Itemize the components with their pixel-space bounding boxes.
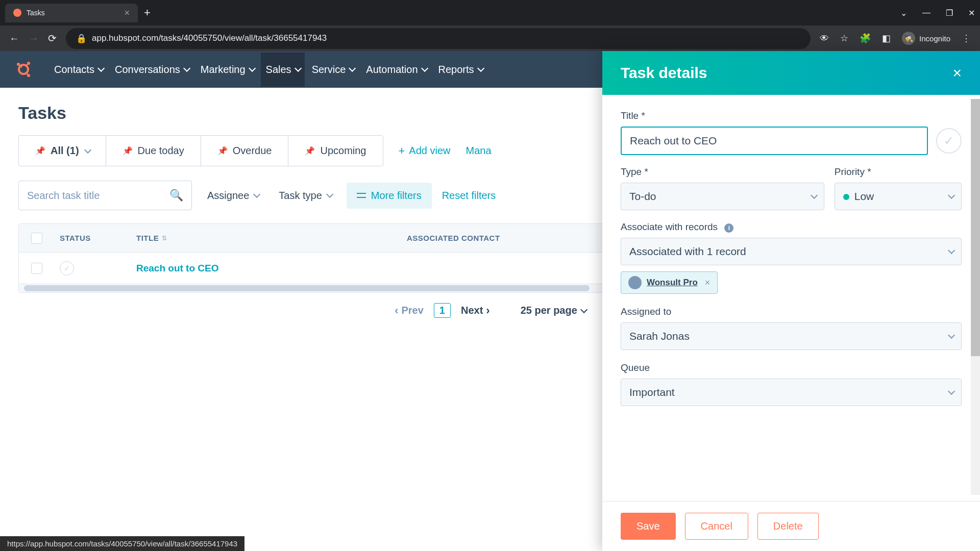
associate-select[interactable]: Associated with 1 record	[621, 238, 962, 265]
associate-label-text: Associate with records	[621, 221, 718, 232]
remove-chip-icon[interactable]: ×	[705, 278, 710, 288]
save-button[interactable]: Save	[621, 513, 676, 540]
view-tab[interactable]: 📌Due today	[106, 136, 201, 166]
reset-filters-link[interactable]: Reset filters	[442, 190, 496, 202]
nav-item-reports[interactable]: Reports	[433, 53, 487, 87]
priority-field-label: Priority *	[835, 166, 962, 178]
company-avatar-icon	[628, 276, 642, 289]
add-view-label: Add view	[409, 145, 450, 157]
search-input-wrapper: 🔍	[18, 181, 192, 210]
caret-down-icon	[253, 193, 258, 198]
associate-field-label: Associate with records i	[621, 221, 962, 233]
record-chip-label[interactable]: Wonsult Pro	[647, 278, 698, 288]
nav-item-sales[interactable]: Sales	[261, 53, 305, 87]
search-input[interactable]	[27, 190, 169, 202]
cancel-button[interactable]: Cancel	[685, 513, 748, 540]
row-checkbox[interactable]	[31, 263, 42, 274]
sort-icon: ⇅	[162, 235, 167, 242]
chevron-right-icon: ›	[486, 304, 489, 317]
assigned-select[interactable]: Sarah Jonas	[621, 322, 962, 350]
delete-button[interactable]: Delete	[757, 513, 819, 540]
star-icon[interactable]: ☆	[840, 33, 848, 44]
incognito-icon: 🕵	[902, 32, 915, 45]
view-tab[interactable]: 📌Overdue	[201, 136, 289, 166]
view-tab[interactable]: 📌Upcoming	[288, 136, 382, 166]
minimize-icon[interactable]: —	[922, 8, 930, 18]
type-field-label: Type *	[621, 166, 824, 178]
status-circle[interactable]: ✓	[60, 261, 74, 276]
caret-down-icon	[249, 67, 254, 72]
panel-scrollbar[interactable]	[971, 99, 980, 495]
caret-down-icon	[477, 67, 482, 72]
info-icon[interactable]: i	[724, 223, 733, 233]
search-icon[interactable]: 🔍	[169, 189, 183, 202]
nav-item-contacts[interactable]: Contacts	[49, 53, 108, 87]
next-page-button[interactable]: Next ›	[461, 304, 490, 317]
associate-value: Associated with 1 record	[629, 245, 746, 258]
forward-button[interactable]: →	[29, 33, 39, 44]
incognito-badge[interactable]: 🕵 Incognito	[902, 32, 950, 45]
hubspot-logo[interactable]	[14, 60, 33, 79]
queue-select[interactable]: Important	[621, 379, 962, 406]
kebab-menu-icon[interactable]: ⋮	[962, 33, 971, 44]
queue-field-label: Queue	[621, 362, 962, 373]
eye-off-icon[interactable]: 👁	[820, 33, 829, 44]
view-tab-label: All (1)	[51, 145, 79, 157]
nav-label: Sales	[266, 64, 291, 76]
assigned-value: Sarah Jonas	[629, 330, 690, 342]
side-panel-icon[interactable]: ◧	[882, 33, 891, 44]
select-all-checkbox[interactable]	[31, 233, 42, 244]
new-tab-button[interactable]: +	[144, 6, 151, 19]
manage-views-link[interactable]: Mana	[466, 145, 492, 157]
maximize-icon[interactable]: ❐	[946, 8, 953, 18]
nav-item-automation[interactable]: Automation	[361, 53, 431, 87]
chevron-left-icon: ‹	[395, 304, 398, 317]
assigned-field-label: Assigned to	[621, 306, 962, 317]
task-type-filter[interactable]: Task type	[274, 190, 336, 202]
nav-label: Service	[312, 64, 346, 76]
col-status-header[interactable]: STATUS	[55, 234, 121, 242]
col-title-header[interactable]: TITLE ⇅	[121, 234, 386, 242]
page-number[interactable]: 1	[434, 303, 451, 318]
prev-page-button[interactable]: ‹ Prev	[395, 304, 424, 317]
nav-label: Contacts	[54, 64, 94, 76]
assignee-filter[interactable]: Assignee	[202, 190, 263, 202]
extensions-icon[interactable]: 🧩	[860, 33, 871, 44]
per-page-select[interactable]: 25 per page	[521, 305, 585, 316]
browser-tab[interactable]: Tasks ×	[5, 4, 138, 22]
caret-down-icon	[183, 67, 188, 72]
pin-icon: 📌	[35, 146, 45, 156]
close-panel-icon[interactable]: ×	[952, 64, 962, 82]
window-controls: ⌄ — ❐ ✕	[900, 8, 975, 18]
priority-value: Low	[854, 190, 874, 202]
reload-button[interactable]: ⟳	[48, 32, 57, 44]
close-window-icon[interactable]: ✕	[968, 8, 975, 18]
complete-task-button[interactable]: ✓	[936, 128, 962, 154]
browser-address-bar: ← → ⟳ 🔒 app.hubspot.com/tasks/40055750/v…	[0, 26, 980, 51]
url-field[interactable]: 🔒 app.hubspot.com/tasks/40055750/view/al…	[66, 28, 811, 49]
task-title-link[interactable]: Reach out to CEO	[136, 263, 219, 274]
chevron-down-icon[interactable]: ⌄	[900, 8, 907, 18]
back-button[interactable]: ←	[9, 33, 19, 44]
add-view-button[interactable]: + Add view	[399, 144, 451, 158]
nav-item-marketing[interactable]: Marketing	[195, 53, 259, 87]
per-page-label: 25 per page	[521, 305, 577, 316]
next-label: Next	[461, 305, 483, 316]
type-select[interactable]: To-do	[621, 183, 824, 210]
tab-close-icon[interactable]: ×	[124, 8, 130, 18]
nav-item-conversations[interactable]: Conversations	[110, 53, 193, 87]
caret-down-icon	[295, 67, 300, 72]
browser-tab-strip: Tasks × + ⌄ — ❐ ✕	[0, 0, 980, 26]
view-tab-label: Due today	[138, 145, 184, 157]
task-title-input[interactable]	[621, 127, 928, 155]
task-type-label: Task type	[279, 190, 322, 202]
nav-item-service[interactable]: Service	[307, 53, 359, 87]
caret-down-icon	[97, 67, 103, 72]
more-filters-button[interactable]: More filters	[347, 183, 432, 209]
caret-down-icon	[811, 194, 816, 199]
priority-select[interactable]: Low	[835, 183, 962, 210]
view-tab[interactable]: 📌All (1)	[19, 136, 106, 166]
view-tabs: 📌All (1)📌Due today📌Overdue📌Upcoming	[18, 135, 383, 166]
nav-label: Conversations	[115, 64, 180, 76]
type-value: To-do	[629, 190, 656, 203]
